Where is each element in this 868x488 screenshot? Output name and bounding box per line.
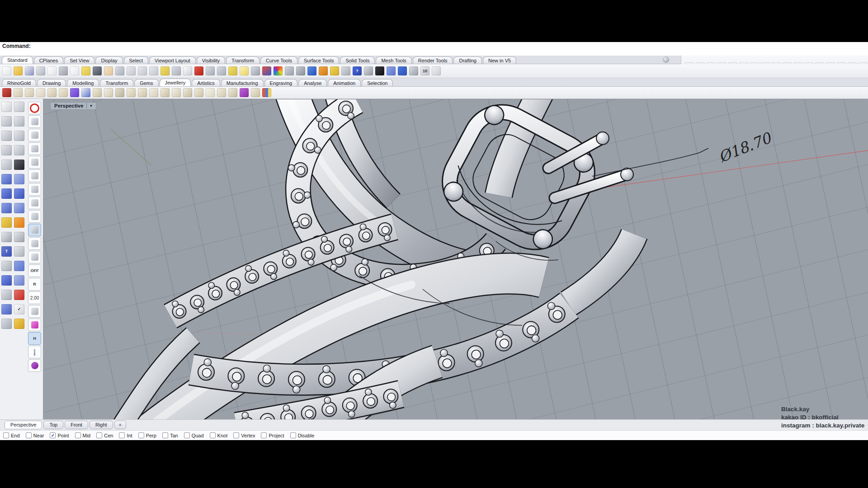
chart-icon[interactable] — [262, 88, 271, 97]
blend-icon[interactable] — [14, 232, 24, 242]
diamond-plane-icon[interactable] — [432, 66, 441, 75]
array-icon[interactable] — [1, 290, 12, 300]
moped-icon[interactable] — [206, 66, 215, 75]
chevron-down-icon[interactable]: ▼ — [90, 104, 93, 108]
select-arrow-icon[interactable] — [1, 102, 12, 112]
surface-icon[interactable] — [1, 174, 12, 184]
osnap-tan[interactable]: Tan — [162, 432, 178, 438]
pipe-icon[interactable] — [14, 290, 24, 300]
polygon-icon[interactable] — [1, 160, 12, 170]
pink-gem-button[interactable] — [28, 319, 41, 331]
point-icon[interactable] — [14, 102, 24, 112]
dimension-icon[interactable] — [341, 66, 350, 75]
tab-drafting[interactable]: Drafting — [453, 56, 482, 64]
osnap-int-checkbox[interactable] — [119, 432, 125, 438]
hierarchy-button[interactable] — [28, 156, 41, 169]
osnap-cen-checkbox[interactable] — [96, 432, 102, 438]
tab-solid-tools[interactable]: Solid Tools — [340, 56, 375, 64]
gem-setting-icon[interactable] — [81, 88, 90, 97]
tab-transform[interactable]: Transform — [226, 56, 259, 64]
osnap-quad-checkbox[interactable] — [184, 432, 190, 438]
new-document-icon[interactable] — [2, 66, 11, 75]
box-display-2-button[interactable] — [28, 197, 41, 209]
osnap-vertex-checkbox[interactable] — [233, 432, 239, 438]
zoom-10-icon[interactable]: 10 — [420, 66, 429, 75]
rg-tab-rhinogold[interactable]: RhinoGold — [2, 79, 36, 86]
ring-dotted-icon[interactable] — [36, 88, 45, 97]
rg-tab-animation[interactable]: Animation — [328, 79, 361, 86]
rg-tab-jewellery[interactable]: Jewellery — [160, 79, 191, 86]
osnap-end-checkbox[interactable] — [3, 432, 9, 438]
arc-icon[interactable] — [1, 145, 12, 155]
tab-viewport-layout[interactable]: Viewport Layout — [149, 56, 196, 64]
black-sphere-icon[interactable] — [375, 66, 384, 75]
osnap-project[interactable]: Project — [261, 432, 284, 438]
shaded-sphere-icon[interactable] — [296, 66, 305, 75]
rectangle-icon[interactable] — [14, 145, 24, 155]
osnap-mid-checkbox[interactable] — [75, 432, 81, 438]
clipboard-blue-icon[interactable] — [1, 304, 12, 314]
osnap-tan-checkbox[interactable] — [162, 432, 168, 438]
gem-pair-icon[interactable] — [172, 88, 181, 97]
rg-tab-gems[interactable]: Gems — [134, 79, 158, 86]
circle-icon[interactable] — [1, 131, 12, 141]
check-icon[interactable]: ✓ — [14, 304, 24, 314]
copy-icon[interactable] — [70, 66, 79, 75]
copy-view-icon[interactable] — [47, 66, 57, 75]
box-display-1-button[interactable] — [28, 183, 41, 196]
tab-display[interactable]: Display — [95, 56, 123, 64]
tab-cplanes[interactable]: CPlanes — [34, 56, 64, 64]
mesh-icon[interactable] — [1, 319, 12, 329]
globe-button[interactable] — [28, 142, 41, 155]
box-icon[interactable] — [1, 188, 12, 199]
cluster-icon[interactable] — [160, 88, 170, 97]
tab-set-view[interactable]: Set View — [64, 56, 94, 64]
box-display-3-button[interactable] — [28, 210, 41, 223]
signet-ring-icon[interactable] — [25, 88, 34, 97]
open-folder-icon[interactable] — [14, 66, 23, 75]
drape-icon[interactable] — [14, 203, 24, 213]
osnap-vertex[interactable]: Vertex — [233, 432, 255, 438]
color-wheel-icon[interactable] — [274, 66, 283, 75]
insert-block-icon[interactable] — [14, 261, 24, 271]
zoom-dynamic-icon[interactable] — [138, 66, 147, 75]
save-icon[interactable] — [25, 66, 34, 75]
osnap-mid[interactable]: Mid — [75, 432, 91, 438]
value-box[interactable]: 2.00 — [28, 291, 41, 304]
rotate-view-icon[interactable] — [115, 66, 124, 75]
lightbulb-icon[interactable] — [240, 66, 249, 75]
tab-new-in-v5[interactable]: New in V5 — [483, 56, 516, 64]
rg-tab-manufacturing[interactable]: Manufacturing — [221, 79, 264, 86]
tab-standard[interactable]: Standard — [2, 56, 33, 64]
gem-flat-icon[interactable] — [217, 88, 226, 97]
h-key-button[interactable]: H — [28, 332, 41, 345]
osnap-int[interactable]: Int — [119, 432, 132, 438]
osnap-knot-checkbox[interactable] — [210, 432, 216, 438]
perspective-viewport[interactable]: Perspective ▼ — [43, 99, 868, 420]
rg-tab-drawing[interactable]: Drawing — [37, 79, 66, 86]
wireframe-sphere-icon[interactable] — [285, 66, 294, 75]
rg-tab-modelling[interactable]: Modelling — [67, 79, 99, 86]
named-view-icon[interactable] — [228, 66, 237, 75]
viewport-title[interactable]: Perspective ▼ — [50, 102, 96, 110]
cup-icon[interactable] — [138, 88, 147, 97]
rg-tab-selection[interactable]: Selection — [362, 79, 393, 86]
osnap-near-checkbox[interactable] — [26, 432, 32, 438]
gray-box-button[interactable] — [28, 305, 41, 318]
osnap-end[interactable]: End — [3, 432, 20, 438]
pave-tool-icon[interactable] — [93, 88, 102, 97]
zoom-window-icon[interactable] — [149, 66, 158, 75]
fillet-icon[interactable] — [1, 232, 12, 242]
car-icon[interactable] — [194, 66, 203, 75]
twist-drill-icon[interactable] — [228, 88, 237, 97]
move-points-icon[interactable] — [14, 246, 24, 257]
osnap-point-checkbox[interactable]: ✓ — [50, 432, 56, 438]
propeller-1-button[interactable] — [28, 115, 41, 128]
purple-gear-button[interactable] — [28, 359, 41, 372]
osnap-cen[interactable]: Cen — [96, 432, 113, 438]
undo-view-icon[interactable] — [172, 66, 181, 75]
tab-mesh-tools[interactable]: Mesh Tools — [376, 56, 411, 64]
meter-r-button[interactable]: R — [28, 278, 41, 291]
propeller-2-button[interactable] — [28, 129, 41, 141]
camera-button[interactable] — [28, 251, 41, 263]
